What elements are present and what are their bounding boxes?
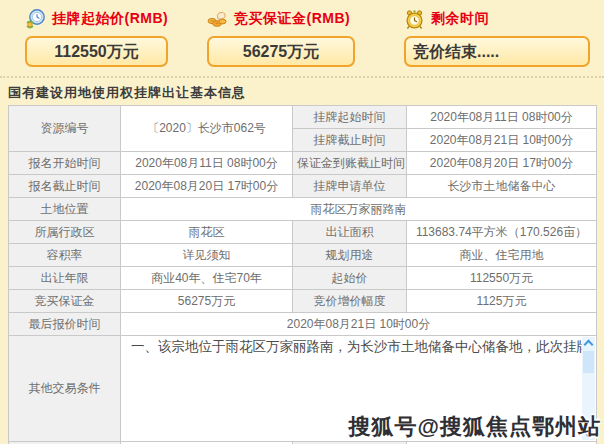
table-row: 竞买保证金 56275万元 竞价增价幅度 1125万元 (9, 290, 597, 313)
clock-money-icon (25, 9, 46, 30)
signup-end-label: 报名截止时间 (9, 175, 121, 198)
other-conditions-label: 其他交易条件 (9, 336, 121, 442)
table-row: 报名截止时间 2020年08月20日 17时00分 挂牌申请单位 长沙市土地储备… (9, 175, 597, 198)
start-price-label: 起始价 (293, 267, 407, 290)
table-row: 土地位置 雨花区万家丽路南 (9, 198, 597, 221)
remaining-time-label: 剩余时间 (431, 10, 489, 28)
dotted-divider (0, 76, 604, 78)
district-label: 所属行政区 (9, 221, 121, 244)
bid-deposit-row-label: 竞买保证金 (9, 290, 121, 313)
bid-deposit-label: 竞买保证金(RMB) (234, 10, 350, 28)
last-offer-time-label: 最后报价时间 (9, 313, 121, 336)
signup-start-label: 报名开始时间 (9, 152, 121, 175)
land-location-label: 土地位置 (9, 198, 121, 221)
section-title: 国有建设用地使用权挂牌出让基本信息 (8, 84, 246, 102)
remaining-time-value: 竞价结束..... (404, 36, 590, 67)
signup-end-value: 2020年08月20日 17时00分 (121, 175, 293, 198)
plot-ratio-value: 详见须知 (121, 244, 293, 267)
table-row: 最后报价时间 2020年08月21日 10时00分 (9, 313, 597, 336)
table-row: 资源编号 〔2020〕长沙市062号 挂牌起始时间 2020年08月11日 08… (9, 106, 597, 129)
table-row: 报名开始时间 2020年08月11日 08时00分 保证金到账截止时间 2020… (9, 152, 597, 175)
area-value: 113683.74平方米（170.526亩） (407, 221, 597, 244)
listing-end-time-value: 2020年08月21日 10时00分 (407, 129, 597, 152)
tenure-label: 出让年限 (9, 267, 121, 290)
resource-no-value: 〔2020〕长沙市062号 (121, 106, 293, 152)
bid-deposit-block: 竞买保证金(RMB) 56275万元 (207, 6, 355, 67)
increment-label: 竞价增价幅度 (293, 290, 407, 313)
deposit-deadline-label: 保证金到账截止时间 (293, 152, 407, 175)
applicant-value: 长沙市土地储备中心 (407, 175, 597, 198)
scroll-up-button[interactable] (582, 337, 595, 350)
tenure-value: 商业40年、住宅70年 (121, 267, 293, 290)
start-price-value: 112550万元 (407, 267, 597, 290)
table-row: 所属行政区 雨花区 出让面积 113683.74平方米（170.526亩） (9, 221, 597, 244)
listing-start-price-label: 挂牌起始价(RMB) (52, 10, 168, 28)
planned-use-label: 规划用途 (293, 244, 407, 267)
increment-value: 1125万元 (407, 290, 597, 313)
listing-start-time-value: 2020年08月11日 08时00分 (407, 106, 597, 129)
area-label: 出让面积 (293, 221, 407, 244)
bid-deposit-row-value: 56275万元 (121, 290, 293, 313)
table-row: 出让年限 商业40年、住宅70年 起始价 112550万元 (9, 267, 597, 290)
planned-use-value: 商业、住宅用地 (407, 244, 597, 267)
resource-no-label: 资源编号 (9, 106, 121, 152)
land-info-table: 资源编号 〔2020〕长沙市062号 挂牌起始时间 2020年08月11日 08… (8, 105, 597, 444)
scrollbar-thumb[interactable] (583, 351, 594, 373)
land-location-value: 雨花区万家丽路南 (121, 198, 597, 221)
listing-start-price-block: 挂牌起始价(RMB) 112550万元 (25, 6, 168, 67)
gold-coins-icon (207, 9, 228, 30)
district-value: 雨花区 (121, 221, 293, 244)
sohu-watermark: 搜狐号@搜狐焦点鄂州站 (349, 412, 601, 442)
plot-ratio-label: 容积率 (9, 244, 121, 267)
deposit-deadline-value: 2020年08月20日 17时00分 (407, 152, 597, 175)
listing-end-time-label: 挂牌截止时间 (293, 129, 407, 152)
alarm-clock-icon (404, 9, 425, 30)
last-offer-time-value: 2020年08月21日 10时00分 (121, 313, 597, 336)
listing-start-time-label: 挂牌起始时间 (293, 106, 407, 129)
table-row: 容积率 详见须知 规划用途 商业、住宅用地 (9, 244, 597, 267)
remaining-time-block: 剩余时间 竞价结束..... (404, 6, 590, 67)
chevron-up-icon (584, 340, 594, 350)
signup-start-value: 2020年08月11日 08时00分 (121, 152, 293, 175)
applicant-label: 挂牌申请单位 (293, 175, 407, 198)
bid-deposit-value: 56275万元 (207, 36, 355, 67)
listing-start-price-value: 112550万元 (25, 36, 168, 67)
